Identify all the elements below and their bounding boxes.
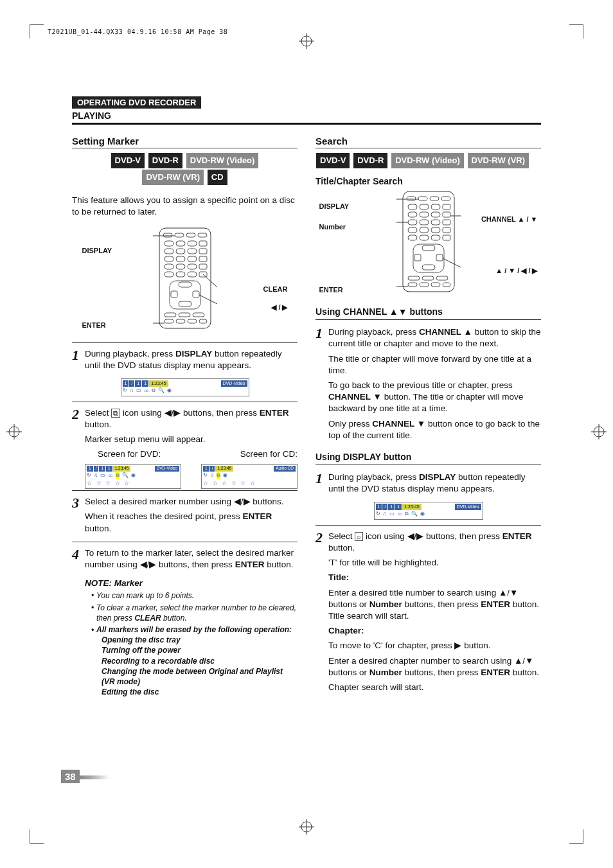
svg-rect-33 bbox=[164, 272, 173, 277]
remote-label-clear: CLEAR bbox=[263, 285, 288, 294]
osd-cd-marker: 1/ 1:23:45 Audio CD ↻♫⧉◉ ☆ ☆ ☆ ☆ ☆ ☆ bbox=[201, 464, 298, 489]
svg-rect-30 bbox=[176, 264, 185, 269]
svg-rect-87 bbox=[420, 283, 429, 287]
svg-rect-58 bbox=[408, 204, 417, 209]
page-number-box: 38 bbox=[61, 770, 109, 783]
svg-rect-75 bbox=[420, 235, 429, 240]
crop-mark-tl bbox=[30, 24, 44, 39]
svg-rect-57 bbox=[441, 197, 450, 200]
step-2-body: Select ⧉ icon using ◀/▶ buttons, then pr… bbox=[85, 407, 298, 461]
audio-icon: ♫ bbox=[130, 387, 134, 394]
remote-label-enter: ENTER bbox=[82, 321, 106, 330]
note-item: To clear a marker, select the marker num… bbox=[91, 603, 298, 623]
svg-rect-27 bbox=[188, 256, 197, 261]
svg-rect-54 bbox=[407, 197, 416, 200]
setting-marker-title: Setting Marker bbox=[72, 135, 298, 148]
svg-rect-66 bbox=[408, 220, 417, 225]
svg-rect-21 bbox=[164, 249, 173, 254]
svg-rect-65 bbox=[443, 212, 450, 217]
svg-rect-43 bbox=[179, 313, 190, 317]
remote-label-leftright: ◀ / ▶ bbox=[271, 303, 287, 312]
note-subitem: Opening the disc tray bbox=[102, 635, 298, 645]
svg-rect-48 bbox=[199, 319, 207, 323]
search-icon: ⌕ bbox=[355, 532, 363, 541]
note-subitem: Recording to a recordable disc bbox=[102, 656, 298, 666]
svg-rect-74 bbox=[408, 235, 417, 240]
title-label: Title: bbox=[328, 572, 349, 582]
step-number-1: 1 bbox=[72, 348, 85, 375]
svg-rect-17 bbox=[164, 241, 173, 246]
svg-rect-76 bbox=[431, 235, 440, 240]
svg-line-51 bbox=[203, 274, 217, 287]
svg-rect-83 bbox=[408, 276, 420, 280]
zoom-icon: 🔍 bbox=[158, 387, 164, 394]
svg-rect-32 bbox=[199, 264, 207, 269]
remote-label-display: DISPLAY bbox=[82, 246, 112, 256]
svg-rect-20 bbox=[199, 241, 207, 246]
remote-label-number: Number bbox=[319, 222, 346, 232]
note-subitem: Turning off the power bbox=[102, 645, 298, 655]
step-1-body: During playback, press DISPLAY button re… bbox=[85, 348, 298, 375]
svg-rect-81 bbox=[414, 254, 421, 261]
note-item: All markers will be erased by the follow… bbox=[91, 624, 298, 697]
subtitle-icon: ㏄ bbox=[144, 387, 149, 394]
svg-rect-56 bbox=[430, 197, 439, 200]
print-header: T2021UB_01-44.QX33 04.9.16 10:58 AM Page… bbox=[48, 28, 227, 35]
osd-display-1: 1 / 1 1 1:23:45 DVD-Video ↻ ♫ ▭ ㏄ ⧉ 🔍 ◉ bbox=[121, 378, 249, 396]
svg-rect-63 bbox=[420, 212, 429, 217]
remote-label-channel: CHANNEL ▲ / ▼ bbox=[481, 215, 538, 224]
svg-rect-47 bbox=[188, 319, 197, 323]
svg-rect-34 bbox=[176, 272, 185, 277]
badge-dvdrw-vr: DVD-RW (VR) bbox=[142, 170, 204, 185]
svg-rect-62 bbox=[408, 212, 417, 217]
svg-rect-15 bbox=[186, 233, 195, 237]
marker-icon: ⧉ bbox=[111, 409, 120, 418]
registration-mark-right bbox=[591, 424, 607, 439]
crop-mark-tr bbox=[569, 24, 583, 39]
svg-rect-22 bbox=[176, 249, 185, 254]
search-title: Search bbox=[315, 135, 541, 148]
svg-rect-37 bbox=[170, 281, 200, 309]
badge-cd: CD bbox=[208, 170, 227, 185]
marker-stars: ☆ ☆ ☆ ☆ ☆ bbox=[87, 479, 179, 487]
step-number-4: 4 bbox=[72, 547, 85, 574]
svg-rect-88 bbox=[431, 283, 440, 287]
registration-mark-left bbox=[6, 424, 22, 439]
title-chapter-search-heading: Title/Chapter Search bbox=[315, 175, 541, 188]
svg-rect-19 bbox=[188, 241, 197, 246]
svg-rect-41 bbox=[193, 291, 199, 297]
crop-mark-br bbox=[569, 829, 583, 844]
svg-rect-78 bbox=[413, 244, 444, 272]
svg-rect-13 bbox=[163, 233, 172, 237]
badge-dvdrw-vr: DVD-RW (VR) bbox=[468, 153, 529, 168]
svg-rect-40 bbox=[171, 291, 177, 297]
badge-dvdv: DVD-V bbox=[316, 153, 350, 168]
badge-dvdv: DVD-V bbox=[111, 153, 145, 168]
divider bbox=[72, 342, 298, 343]
step-number-3: 3 bbox=[72, 496, 85, 538]
intro-text: This feature allows you to assign a spec… bbox=[72, 195, 298, 218]
svg-rect-70 bbox=[408, 227, 417, 233]
svg-rect-86 bbox=[408, 283, 417, 287]
right-column: Search DVD-V DVD-R DVD-RW (Video) DVD-RW… bbox=[315, 131, 541, 700]
svg-rect-45 bbox=[164, 319, 173, 323]
svg-rect-28 bbox=[199, 256, 207, 261]
section-chip: OPERATING DVD RECORDER bbox=[72, 96, 201, 109]
page-number: 38 bbox=[61, 770, 80, 783]
svg-rect-89 bbox=[443, 283, 450, 287]
screen-cd-label: Screen for CD: bbox=[240, 448, 298, 460]
svg-rect-55 bbox=[418, 197, 427, 200]
note-item: You can mark up to 6 points. bbox=[91, 590, 298, 601]
header-rule bbox=[72, 123, 541, 125]
screen-dvd-label: Screen for DVD: bbox=[85, 448, 161, 460]
divider bbox=[72, 542, 298, 542]
note-title: NOTE: Marker bbox=[85, 578, 298, 589]
svg-rect-84 bbox=[422, 276, 434, 280]
remote-label-arrows: ▲ / ▼ / ◀ / ▶ bbox=[495, 266, 537, 276]
step-number-1: 1 bbox=[315, 326, 328, 445]
repeat-icon: ↻ bbox=[123, 387, 127, 394]
svg-rect-31 bbox=[188, 264, 197, 269]
remote-label-enter: ENTER bbox=[319, 285, 343, 295]
remote-label-display: DISPLAY bbox=[319, 202, 350, 211]
osd-dvd-marker: 1/11 1:23:45 DVD-Video ↻♫▭㏄⧉🔍◉ ☆ ☆ ☆ ☆ ☆ bbox=[85, 464, 181, 489]
